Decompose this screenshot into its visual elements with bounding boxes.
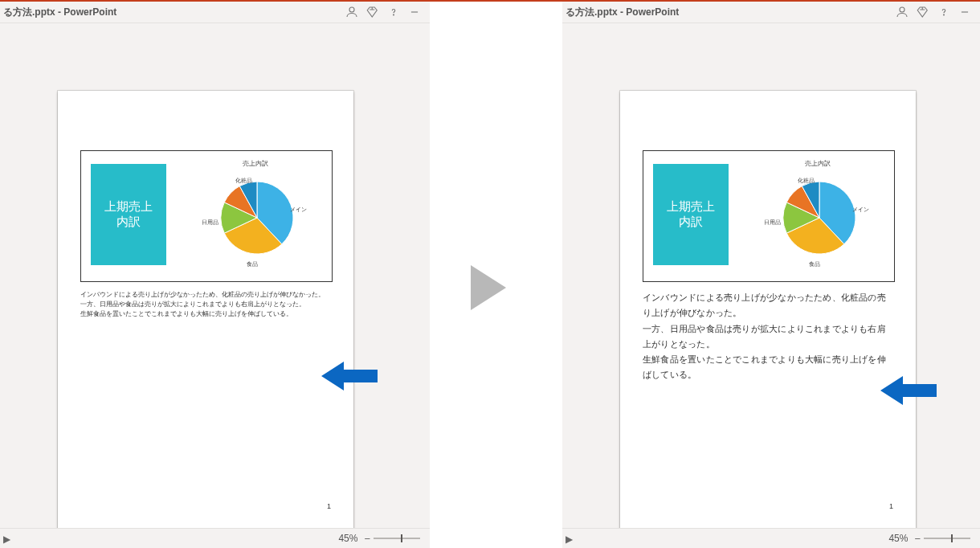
help-icon[interactable] — [383, 2, 404, 22]
pie-label-4: 化粧品 — [235, 177, 252, 185]
page-sheet: 上期売上 内訳 売上内訳 メイン 食品 日用品 化粧品 インバウンドによる売り上… — [620, 91, 916, 531]
left-window: る方法.pptx - PowerPoint 上期売上 内訳 売上内訳 — [0, 2, 430, 548]
page-number: 1 — [889, 502, 893, 510]
pie-chart: 売上内訳 メイン 食品 日用品 化粧品 — [749, 157, 886, 278]
coming-soon-icon[interactable] — [913, 2, 933, 22]
zoom-slider[interactable] — [924, 538, 970, 539]
zoom-slider[interactable] — [374, 538, 420, 539]
chart-title: 売上内訳 — [749, 159, 886, 168]
pie-label-4: 化粧品 — [798, 177, 815, 185]
slide-title-box: 上期売上 内訳 — [653, 164, 729, 265]
pie-label-1: メイン — [290, 206, 307, 214]
account-icon[interactable] — [892, 2, 913, 22]
status-bar: ▶ 45% − — [0, 528, 430, 548]
transition-arrow-icon — [471, 265, 506, 310]
next-page-arrow-icon[interactable]: ▶ — [566, 534, 573, 545]
coming-soon-icon[interactable] — [362, 2, 383, 22]
pie-label-1: メイン — [852, 206, 869, 214]
pie-chart: 売上内訳 メイン 食品 日用品 化粧品 — [187, 157, 324, 278]
window-title: る方法.pptx - PowerPoint — [3, 6, 116, 19]
callout-arrow-right — [880, 373, 937, 418]
pie-label-3: 日用品 — [764, 219, 781, 227]
title-bar: る方法.pptx - PowerPoint — [0, 2, 430, 23]
pie-label-2: 食品 — [809, 260, 820, 268]
zoom-percent[interactable]: 45% — [888, 533, 908, 544]
svg-point-1 — [394, 14, 394, 15]
slide-thumbnail: 上期売上 内訳 売上内訳 メイン 食品 日用品 化粧品 — [80, 150, 333, 282]
svg-point-3 — [900, 7, 904, 12]
next-page-arrow-icon[interactable]: ▶ — [3, 534, 10, 545]
callout-arrow-left — [321, 358, 378, 403]
comparison-stage: る方法.pptx - PowerPoint 上期売上 内訳 売上内訳 — [0, 0, 980, 548]
svg-point-0 — [349, 7, 354, 12]
title-bar: る方法.pptx - PowerPoint — [562, 2, 980, 23]
notes-text: インバウンドによる売り上げが少なかったため、化粧品の売り上げが伸びなかった。 一… — [80, 290, 331, 319]
svg-marker-6 — [321, 362, 378, 391]
pie-chart-svg — [213, 174, 301, 262]
zoom-out-button[interactable]: − — [364, 533, 370, 545]
page-sheet: 上期売上 内訳 売上内訳 メイン 食品 日用品 化粧品 インバウンドによる売り上… — [58, 91, 353, 531]
print-preview-area[interactable]: 上期売上 内訳 売上内訳 メイン 食品 日用品 化粧品 インバウンドによる売り上… — [562, 23, 980, 548]
notes-text: インバウンドによる売り上げが少なかったため、化粧品の売り上げが伸びなかった。 一… — [643, 290, 893, 383]
minimize-button[interactable] — [954, 2, 975, 22]
status-bar: ▶ 45% − — [562, 528, 980, 548]
pie-label-2: 食品 — [247, 260, 258, 268]
account-icon[interactable] — [341, 2, 362, 22]
chart-title: 売上内訳 — [187, 159, 324, 168]
slide-title-box: 上期売上 内訳 — [91, 164, 166, 265]
print-preview-area[interactable]: 上期売上 内訳 売上内訳 メイン 食品 日用品 化粧品 インバウンドによる売り上… — [0, 23, 430, 548]
window-title: る方法.pptx - PowerPoint — [566, 6, 679, 19]
minimize-button[interactable] — [404, 2, 425, 22]
help-icon[interactable] — [933, 2, 954, 22]
pie-label-3: 日用品 — [202, 219, 218, 227]
svg-point-4 — [944, 14, 945, 15]
right-window: る方法.pptx - PowerPoint 上期売上 内訳 売上内訳 — [562, 2, 980, 548]
page-number: 1 — [327, 502, 331, 510]
zoom-out-button[interactable]: − — [914, 533, 921, 545]
svg-marker-7 — [880, 376, 937, 405]
slide-thumbnail: 上期売上 内訳 売上内訳 メイン 食品 日用品 化粧品 — [643, 150, 895, 282]
zoom-percent[interactable]: 45% — [338, 533, 357, 544]
pie-chart-svg — [775, 174, 864, 262]
